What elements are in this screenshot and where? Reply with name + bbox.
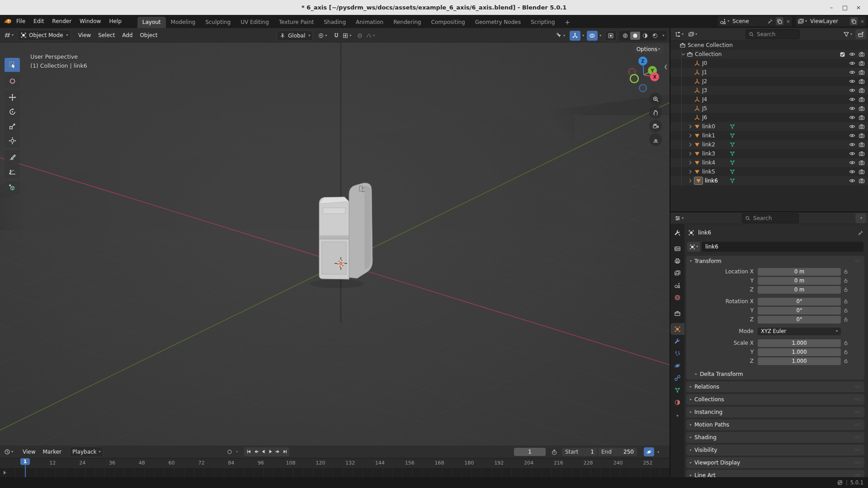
outliner-row-j6[interactable]: J6 xyxy=(670,113,868,122)
outliner-filter-restriction-dropdown[interactable]: ▾ xyxy=(686,29,699,39)
play-reverse-button[interactable] xyxy=(259,448,267,456)
camera-restrict-icon[interactable] xyxy=(859,123,865,130)
outliner-item-name[interactable]: J3 xyxy=(702,87,707,94)
proportional-falloff-dropdown[interactable]: ▾ xyxy=(364,31,376,41)
eye-icon[interactable] xyxy=(849,160,855,166)
shading-wireframe-icon[interactable] xyxy=(620,32,630,40)
field-scale-x[interactable]: 1.000 xyxy=(758,339,841,347)
eye-icon[interactable] xyxy=(849,78,855,84)
panel-grip-icon[interactable]: ∷∷ xyxy=(855,259,861,263)
outliner-item-name[interactable]: J4 xyxy=(702,96,707,103)
new-viewlayer-icon[interactable] xyxy=(850,17,858,25)
camera-restrict-icon[interactable] xyxy=(859,60,865,66)
jump-to-end-button[interactable] xyxy=(281,448,288,456)
navigation-gizmo[interactable]: Z Y X xyxy=(628,56,659,92)
tool-select-box-button[interactable] xyxy=(5,58,20,72)
camera-restrict-icon[interactable] xyxy=(859,51,865,57)
remove-viewlayer-icon[interactable]: × xyxy=(859,16,866,26)
workspace-tab-compositing[interactable]: Compositing xyxy=(426,17,470,28)
workspace-tab-shading[interactable]: Shading xyxy=(319,17,351,28)
lock-icon[interactable] xyxy=(841,349,851,355)
properties-tab-scene[interactable] xyxy=(670,279,684,291)
orthographic-toggle-icon[interactable] xyxy=(649,133,662,146)
horizontal-splitter[interactable] xyxy=(670,211,868,212)
field-y[interactable]: 0° xyxy=(758,307,841,314)
use-preview-range-stopwatch-icon[interactable] xyxy=(549,447,560,457)
outliner-filter-dropdown[interactable]: ▾ xyxy=(841,29,854,39)
camera-restrict-icon[interactable] xyxy=(859,96,865,103)
panel-shading[interactable]: ▸Shading∷∷ xyxy=(686,432,864,443)
field-z[interactable]: 0 m xyxy=(758,286,841,294)
outliner-item-name[interactable]: J0 xyxy=(702,60,707,66)
eye-icon[interactable] xyxy=(849,60,855,66)
jump-to-start-button[interactable] xyxy=(245,448,252,456)
add-workspace-button[interactable]: + xyxy=(560,17,575,28)
eye-icon[interactable] xyxy=(849,51,855,57)
menu-help[interactable]: Help xyxy=(105,15,125,28)
maximize-button[interactable]: □ xyxy=(838,0,852,15)
panel-motion-paths[interactable]: ▸Motion Paths∷∷ xyxy=(686,419,864,430)
mode-dropdown[interactable]: Object Mode▾ xyxy=(18,30,71,41)
timeline-track[interactable] xyxy=(0,468,670,477)
auto-keying-toggle[interactable] xyxy=(224,447,235,457)
disclosure-collapsed-icon[interactable] xyxy=(688,178,693,183)
outliner-item-name[interactable]: J2 xyxy=(702,78,707,84)
outliner-row-scene-collection[interactable]: Scene Collection xyxy=(670,41,868,50)
pin-icon[interactable] xyxy=(765,16,775,26)
field-rotation-x[interactable]: 0° xyxy=(758,298,841,305)
timeline-gizmos-dropdown[interactable]: ▾ xyxy=(657,450,659,454)
viewlayer-browse-icon[interactable]: ▾ xyxy=(796,16,809,26)
vertical-splitter[interactable] xyxy=(670,28,670,477)
panel-grip-icon[interactable]: ∷∷ xyxy=(855,473,861,477)
menu-render[interactable]: Render xyxy=(48,15,75,28)
properties-tab-constraints[interactable] xyxy=(670,372,684,384)
next-keyframe-button[interactable] xyxy=(274,448,281,456)
playback-popover[interactable]: Playback▾ xyxy=(70,446,104,457)
properties-tab-collection[interactable] xyxy=(670,307,684,319)
camera-restrict-icon[interactable] xyxy=(859,114,865,121)
camera-view-icon[interactable] xyxy=(649,120,662,132)
shading-dropdown[interactable]: ▾ xyxy=(660,32,666,40)
xray-toggle[interactable] xyxy=(605,30,617,41)
lock-icon[interactable] xyxy=(841,308,851,313)
disclosure-collapsed-icon[interactable] xyxy=(688,142,693,147)
field-y[interactable]: 0 m xyxy=(758,277,841,285)
outliner-item-name[interactable]: link2 xyxy=(702,141,715,148)
object-visibility-dropdown[interactable]: ▾ xyxy=(554,31,567,41)
camera-restrict-icon[interactable] xyxy=(859,87,865,94)
auto-keying-dropdown[interactable]: ▾ xyxy=(236,450,238,454)
outliner-row-j1[interactable]: J1 xyxy=(670,68,868,77)
pivot-point-dropdown[interactable]: ▾ xyxy=(316,31,329,41)
outliner-row-link2[interactable]: link2 xyxy=(670,140,868,149)
new-scene-icon[interactable] xyxy=(776,17,783,25)
field-y[interactable]: 1.000 xyxy=(758,348,841,356)
workspace-tab-modeling[interactable]: Modeling xyxy=(166,17,201,28)
outliner-item-name[interactable]: J1 xyxy=(702,69,707,75)
panel-grip-icon[interactable]: ∷∷ xyxy=(855,460,861,465)
lock-icon[interactable] xyxy=(841,269,851,274)
robot-link-mesh[interactable] xyxy=(310,183,373,288)
disclosure-collapsed-icon[interactable] xyxy=(688,124,693,129)
lock-icon[interactable] xyxy=(841,358,851,364)
overlays-dropdown[interactable]: ▾ xyxy=(598,31,602,41)
outliner-row-j5[interactable]: J5 xyxy=(670,104,868,113)
outliner-row-link4[interactable]: link4 xyxy=(670,158,868,167)
eye-icon[interactable] xyxy=(849,123,855,130)
object-name-field[interactable]: link6 xyxy=(702,242,863,252)
eye-icon[interactable] xyxy=(849,114,855,121)
outliner-row-link0[interactable]: link0 xyxy=(670,122,868,131)
eye-icon[interactable] xyxy=(849,132,855,139)
shading-material-icon[interactable] xyxy=(640,32,650,40)
disclosure-collapsed-icon[interactable] xyxy=(688,151,693,156)
workspace-tab-animation[interactable]: Animation xyxy=(351,17,388,28)
shading-solid-icon[interactable] xyxy=(630,32,640,40)
collection-checkbox[interactable] xyxy=(840,52,845,57)
panel-viewport-display[interactable]: ▸Viewport Display∷∷ xyxy=(686,457,864,468)
options-button[interactable]: Options▾ xyxy=(633,45,664,54)
eye-icon[interactable] xyxy=(849,150,855,157)
outliner-item-name[interactable]: link0 xyxy=(702,123,715,130)
panel-grip-icon[interactable]: ∷∷ xyxy=(855,385,861,389)
viewlayer-selector[interactable]: ▾ ViewLayer × xyxy=(796,16,866,26)
pan-view-icon[interactable] xyxy=(649,106,662,119)
panel-grip-icon[interactable]: ∷∷ xyxy=(855,448,861,452)
